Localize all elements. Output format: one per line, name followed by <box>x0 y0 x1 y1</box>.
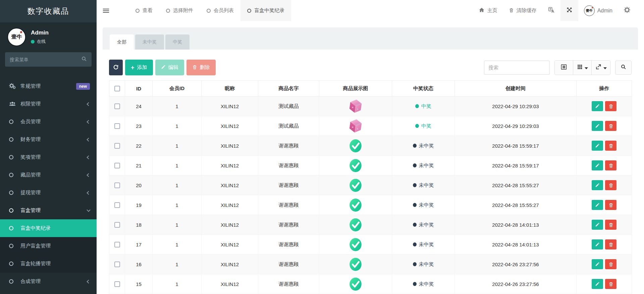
settings-button[interactable] <box>618 0 636 21</box>
home-icon <box>479 7 485 14</box>
row-edit-button[interactable] <box>592 259 603 269</box>
row-delete-button[interactable] <box>605 160 616 170</box>
nav-tab[interactable]: 查看 <box>129 0 159 21</box>
sidebar-item[interactable]: 权限管理 <box>0 95 97 113</box>
row-checkbox[interactable] <box>114 242 120 247</box>
table-search-input[interactable] <box>484 61 550 75</box>
search-submit-button[interactable] <box>615 61 632 75</box>
row-delete-button[interactable] <box>605 279 616 289</box>
translate-icon <box>548 7 555 15</box>
row-delete-button[interactable] <box>605 200 616 210</box>
nav-tab[interactable]: 选择附件 <box>159 0 200 21</box>
home-link[interactable]: 主页 <box>473 0 503 21</box>
sidebar-item[interactable]: 藏品管理 <box>0 166 97 184</box>
sidebar-item-label: 藏品管理 <box>20 172 41 178</box>
row-delete-button[interactable] <box>605 101 616 111</box>
member-id-cell: 1 <box>153 195 202 215</box>
filter-tab[interactable]: 中奖 <box>165 34 190 50</box>
checkbox-cell <box>109 215 125 235</box>
win-status: 未中奖 <box>413 162 434 169</box>
created-time-cell: 2022-04-29 10:29:03 <box>455 116 577 136</box>
export-icon <box>595 64 602 71</box>
row-delete-button[interactable] <box>605 141 616 151</box>
row-edit-button[interactable] <box>592 239 603 249</box>
export-button[interactable] <box>592 61 610 75</box>
edit-button[interactable]: 编辑 <box>155 60 184 75</box>
filter-tab[interactable]: 全部 <box>110 34 134 50</box>
row-delete-button[interactable] <box>605 121 616 131</box>
circle-icon <box>136 9 140 13</box>
toggle-view-button[interactable] <box>555 61 573 75</box>
hamburger-menu-icon[interactable] <box>97 0 115 21</box>
row-edit-button[interactable] <box>592 220 603 230</box>
row-delete-button[interactable] <box>605 180 616 190</box>
chevron-left-icon <box>87 155 90 159</box>
add-button[interactable]: + 添加 <box>125 60 153 75</box>
row-checkbox[interactable] <box>114 182 120 188</box>
refresh-button[interactable] <box>109 60 123 75</box>
caret-down-icon <box>603 65 607 71</box>
filter-tab[interactable]: 未中奖 <box>135 34 164 50</box>
row-checkbox[interactable] <box>114 123 120 129</box>
id-cell: 20 <box>125 175 153 195</box>
circle-icon <box>9 173 20 177</box>
sidebar-item[interactable]: 盲盒中奖纪录 <box>0 219 97 237</box>
row-delete-button[interactable] <box>605 259 616 269</box>
admin-menu[interactable]: 壹牛 Admin <box>578 0 618 21</box>
row-checkbox[interactable] <box>114 103 120 109</box>
search-icon[interactable] <box>81 56 87 63</box>
status-cell: 未中奖 <box>392 156 455 175</box>
user-name: Admin <box>31 29 49 36</box>
sidebar-item[interactable]: 奖项管理 <box>0 148 97 166</box>
translate-button[interactable] <box>542 0 560 21</box>
nickname-cell: XILIN12 <box>202 254 258 274</box>
row-edit-button[interactable] <box>592 279 603 289</box>
row-delete-button[interactable] <box>605 220 616 230</box>
nav-tab[interactable]: 盲盒中奖纪录 <box>240 0 291 21</box>
sidebar-item[interactable]: 提现管理 <box>0 184 97 202</box>
row-checkbox[interactable] <box>114 222 120 228</box>
sidebar-item[interactable]: 盲盒管理 <box>0 202 97 219</box>
row-edit-button[interactable] <box>592 141 603 151</box>
row-checkbox[interactable] <box>114 202 120 208</box>
sidebar-item[interactable]: 财务管理 <box>0 131 97 148</box>
chevron-left-icon <box>87 102 90 106</box>
product-name-cell: 谢谢惠顾 <box>258 274 319 294</box>
nickname-cell: XILIN12 <box>202 175 258 195</box>
sidebar-item[interactable]: 会员管理 <box>0 113 97 131</box>
row-edit-button[interactable] <box>592 121 603 131</box>
status-cell: 中奖 <box>392 96 455 116</box>
status-dot-icon <box>413 203 417 207</box>
sidebar-item[interactable]: 常规管理new <box>0 77 97 95</box>
menu-search-input[interactable] <box>10 57 81 62</box>
status-cell: 未中奖 <box>392 215 455 235</box>
row-checkbox[interactable] <box>114 262 120 267</box>
status-cell: 未中奖 <box>392 195 455 215</box>
row-checkbox[interactable] <box>114 163 120 168</box>
circle-icon <box>9 262 20 266</box>
fullscreen-button[interactable] <box>560 0 578 21</box>
row-delete-button[interactable] <box>605 239 616 249</box>
sidebar-item[interactable]: 盲盒轮播管理 <box>0 255 97 273</box>
row-edit-button[interactable] <box>592 160 603 170</box>
nav-tab[interactable]: 会员列表 <box>200 0 240 21</box>
sidebar-item-label: 盲盒管理 <box>20 207 41 214</box>
delete-button[interactable]: 删除 <box>186 60 216 75</box>
select-all-checkbox[interactable] <box>114 86 120 91</box>
sidebar-item-label: 用户盲盒管理 <box>20 243 51 249</box>
row-edit-button[interactable] <box>592 200 603 210</box>
table-wrap: ID会员ID昵称商品名字商品展示图中奖状态创建时间操作 241XILIN12测试… <box>109 80 632 294</box>
checkbox-cell <box>109 156 125 175</box>
columns-button[interactable] <box>573 61 592 75</box>
sidebar-item[interactable]: 合成管理 <box>0 273 97 290</box>
sidebar-item[interactable]: 用户盲盒管理 <box>0 237 97 255</box>
status-cell: 未中奖 <box>392 254 455 274</box>
clear-cache-link[interactable]: 清除缓存 <box>503 0 542 21</box>
row-edit-button[interactable] <box>592 180 603 190</box>
row-edit-button[interactable] <box>592 101 603 111</box>
app-logo-title: 数字收藏品 <box>0 0 97 22</box>
chevron-left-icon <box>87 138 90 141</box>
row-checkbox[interactable] <box>114 143 120 149</box>
status-cell: 未中奖 <box>392 274 455 294</box>
row-checkbox[interactable] <box>114 281 120 287</box>
